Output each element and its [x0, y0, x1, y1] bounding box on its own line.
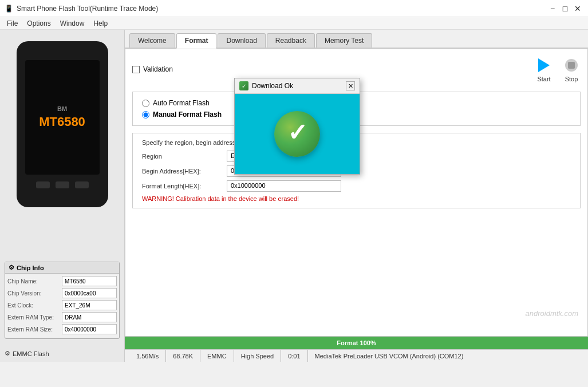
chip-row-name: Chip Name: MT6580 [7, 276, 117, 286]
app-icon: 📱 [5, 5, 13, 13]
app-title: Smart Phone Flash Tool(Runtime Trace Mod… [17, 5, 158, 13]
title-bar-controls: − □ ✕ [547, 3, 583, 14]
dialog-close-button[interactable]: ✕ [346, 81, 355, 90]
download-ok-dialog: ✓ Download Ok ✕ ✓ [234, 78, 360, 175]
chip-version-value: 0x0000ca00 [62, 288, 117, 298]
phone-brand: BM [57, 105, 67, 112]
chip-row-clock: Ext Clock: EXT_26M [7, 300, 117, 310]
info-bar: 1.56M/s 68.78K EMMC High Speed 0:01 Medi… [125, 349, 588, 362]
phone-screen: BM MT6580 [25, 60, 100, 175]
maximize-button[interactable]: □ [559, 3, 571, 14]
chip-clock-value: EXT_26M [62, 300, 117, 310]
stop-label: Stop [565, 76, 578, 82]
chip-ram-size-label: Extern RAM Size: [7, 326, 62, 333]
play-triangle [538, 58, 550, 72]
time-value: 0:01 [288, 353, 300, 360]
start-icon [535, 56, 553, 74]
info-time: 0:01 [281, 350, 307, 362]
menu-bar: File Options Window Help [0, 17, 588, 30]
stop-icon [562, 56, 581, 74]
start-button[interactable]: Start [535, 56, 553, 82]
info-mode: High Speed [234, 350, 282, 362]
status-bar: Format 100% [125, 337, 588, 349]
region-label: Region [142, 153, 222, 160]
tab-memory-test[interactable]: Memory Test [316, 33, 372, 48]
phone-buttons [36, 181, 89, 188]
info-speed: 1.56M/s [129, 350, 166, 362]
chip-name-label: Chip Name: [7, 278, 62, 285]
left-panel: BM MT6580 ⚙ Chip Info Chip Name: MT6580 [0, 30, 125, 362]
right-panel: Welcome Format Download Readback Memory … [125, 30, 588, 362]
format-length-row: Format Length[HEX]: 0x10000000 [142, 180, 571, 192]
checkmark-icon: ✓ [287, 121, 307, 145]
info-type: EMMC [200, 350, 234, 362]
main-layout: BM MT6580 ⚙ Chip Info Chip Name: MT6580 [0, 30, 588, 362]
success-circle: ✓ [274, 111, 320, 157]
warning-text: WARNING! Calibration data in the device … [142, 195, 571, 202]
port-value: MediaTek PreLoader USB VCOM (Android) (C… [315, 353, 464, 360]
watermark: androidmtk.com [526, 309, 578, 318]
phone-model: MT6580 [39, 114, 85, 129]
tab-download[interactable]: Download [218, 33, 265, 48]
auto-format-radio[interactable] [142, 100, 149, 107]
start-label: Start [537, 76, 550, 82]
mode-value: High Speed [241, 353, 274, 360]
chip-ram-size-value: 0x40000000 [62, 324, 117, 334]
close-button[interactable]: ✕ [572, 3, 583, 14]
validation-label: Validation [143, 65, 173, 73]
title-bar-left: 📱 Smart Phone Flash Tool(Runtime Trace M… [5, 5, 158, 13]
length-label: Format Length[HEX]: [142, 183, 222, 189]
size-value: 68.78K [173, 353, 193, 360]
dialog-title-icon: ✓ [239, 81, 248, 90]
type-value: EMMC [207, 353, 227, 360]
stop-square [568, 62, 575, 69]
phone-btn-right [75, 181, 89, 188]
tab-readback[interactable]: Readback [267, 33, 315, 48]
tabs: Welcome Format Download Readback Memory … [125, 30, 588, 49]
auto-format-label: Auto Format Flash [153, 99, 210, 107]
dialog-title-bar: ✓ Download Ok ✕ [235, 78, 360, 94]
chip-info-header: ⚙ Chip Info [5, 262, 119, 274]
chip-version-label: Chip Version: [7, 290, 62, 297]
dialog-body: ✓ [235, 94, 360, 174]
emmc-section: ⚙ EMMC Flash [5, 350, 49, 357]
chip-info-title: Chip Info [17, 264, 44, 271]
tab-welcome[interactable]: Welcome [129, 33, 175, 48]
title-bar: 📱 Smart Phone Flash Tool(Runtime Trace M… [0, 0, 588, 17]
chip-row-ram-size: Extern RAM Size: 0x40000000 [7, 324, 117, 334]
content-area: Validation Start [125, 49, 588, 337]
emmc-label: EMMC Flash [13, 350, 49, 357]
stop-button[interactable]: Stop [562, 56, 581, 82]
manual-format-label: Manual Format Flash [153, 110, 222, 119]
validation-checkbox[interactable] [132, 66, 140, 73]
chip-info-icon: ⚙ [9, 264, 14, 271]
chip-ram-type-label: Extern RAM Type: [7, 314, 62, 321]
menu-file[interactable]: File [2, 18, 22, 29]
chip-ram-type-value: DRAM [62, 312, 117, 322]
minimize-button[interactable]: − [547, 3, 558, 14]
begin-label: Begin Address[HEX]: [142, 168, 222, 175]
chip-name-value: MT6580 [62, 276, 117, 286]
tab-format[interactable]: Format [176, 33, 217, 49]
dialog-title-text: Download Ok [252, 82, 293, 90]
chip-info-body: Chip Name: MT6580 Chip Version: 0x0000ca… [5, 274, 119, 338]
validation-row: Validation [132, 65, 173, 73]
chip-clock-label: Ext Clock: [7, 302, 62, 309]
menu-help[interactable]: Help [89, 18, 112, 29]
length-input[interactable]: 0x10000000 [227, 180, 341, 192]
menu-window[interactable]: Window [56, 18, 89, 29]
stop-circle [565, 59, 578, 72]
phone-btn-left [36, 181, 50, 188]
chip-row-ram-type: Extern RAM Type: DRAM [7, 312, 117, 322]
chip-info-panel: ⚙ Chip Info Chip Name: MT6580 Chip Versi… [5, 262, 120, 339]
status-text: Format 100% [337, 339, 376, 346]
phone-device: BM MT6580 [17, 41, 108, 207]
toolbar-buttons: Start Stop [535, 56, 581, 82]
info-port: MediaTek PreLoader USB VCOM (Android) (C… [308, 350, 583, 362]
emmc-icon: ⚙ [5, 350, 10, 357]
chip-row-version: Chip Version: 0x0000ca00 [7, 288, 117, 298]
manual-format-radio[interactable] [142, 111, 149, 119]
info-size: 68.78K [166, 350, 200, 362]
speed-value: 1.56M/s [136, 353, 159, 360]
menu-options[interactable]: Options [22, 18, 55, 29]
